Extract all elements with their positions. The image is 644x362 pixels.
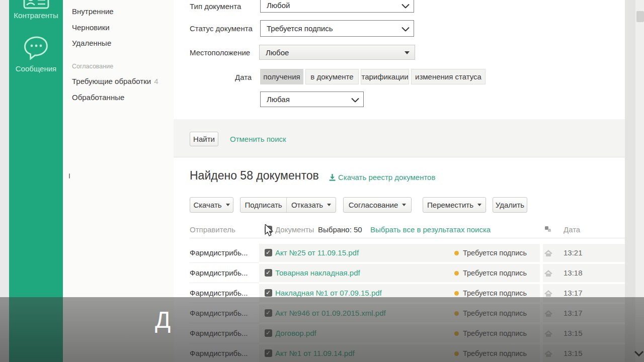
- app-window: Контрагенты Сообщения Внутренние Чернови…: [0, 0, 644, 362]
- table-row[interactable]: Фармдистрибь... Акт №25 от 11.09.15.pdf …: [174, 243, 625, 263]
- chevron-down-icon: [351, 95, 359, 104]
- sidebar-contacts-label: Контрагенты: [9, 11, 63, 20]
- status-dot-icon: [454, 251, 459, 255]
- date-period-select[interactable]: Любая: [260, 92, 364, 107]
- results-title: Найдено 58 документов: [190, 169, 319, 183]
- row-status: Требуется подпись: [463, 243, 527, 263]
- menu-item-deleted[interactable]: Удаленные: [72, 39, 111, 47]
- refuse-button-label: Отказать: [291, 201, 323, 209]
- column-header-sender: Отправитель: [190, 225, 235, 234]
- approval-button-label: Согласование: [349, 201, 398, 209]
- triangle-down-icon: [405, 51, 410, 54]
- row-status: Требуется подпись: [463, 263, 527, 283]
- document-link[interactable]: Акт №25 от 11.09.15.pdf: [275, 243, 359, 263]
- date-tab-billing[interactable]: тарификации: [361, 69, 409, 84]
- refuse-button[interactable]: Отказать: [287, 198, 336, 212]
- approval-button[interactable]: Согласование: [343, 197, 412, 213]
- date-label: Дата: [235, 73, 252, 81]
- menu-item-internal[interactable]: Внутренние: [72, 7, 114, 16]
- caret-down-icon: [402, 204, 406, 206]
- move-button-label: Переместить: [427, 201, 473, 209]
- move-button[interactable]: Переместить: [423, 197, 486, 213]
- scrollbar-thumb[interactable]: [636, 11, 644, 22]
- row-sender: Фармдистрибь...: [190, 263, 248, 283]
- menu-item-requiring-processing[interactable]: Требующие обработки4: [72, 77, 158, 85]
- doc-type-value: Любой: [267, 1, 290, 10]
- status-dot-icon: [454, 291, 459, 296]
- find-button[interactable]: Найти: [190, 132, 218, 146]
- location-label: Местоположение: [190, 48, 250, 57]
- selected-count: Выбрано: 50: [318, 225, 362, 234]
- row-checkbox[interactable]: [265, 289, 272, 297]
- row-time: 13:21: [564, 243, 583, 263]
- chevron-down-icon: [401, 1, 410, 10]
- download-registry-link[interactable]: Скачать реестр документов: [338, 173, 435, 182]
- document-link[interactable]: Товарная накладная.pdf: [275, 263, 360, 283]
- doc-type-label: Тип документа: [190, 2, 241, 11]
- row-checkbox[interactable]: [265, 269, 272, 277]
- sidebar-item-messages[interactable]: Сообщения: [9, 35, 63, 73]
- cancel-search-link[interactable]: Отменить поиск: [230, 135, 286, 143]
- column-header-date: Дата: [564, 225, 580, 234]
- column-settings-icon[interactable]: [544, 226, 552, 235]
- doc-status-label: Статус документа: [190, 24, 253, 33]
- sidebar-item-contacts[interactable]: Контрагенты: [9, 0, 63, 20]
- overlay-letter: Д: [155, 306, 171, 333]
- menu-item-processed[interactable]: Обработанные: [72, 93, 124, 102]
- date-period-value: Любая: [267, 95, 290, 104]
- speech-bubble-icon: [23, 35, 50, 61]
- menu-item-label: Требующие обработки: [72, 77, 151, 85]
- table-row[interactable]: Фармдистрибь... Товарная накладная.pdf Т…: [174, 263, 625, 283]
- date-tab-in-document[interactable]: в документе: [305, 69, 359, 84]
- search-form-footer: Найти Отменить поиск: [174, 119, 625, 157]
- menu-item-drafts[interactable]: Черновики: [72, 23, 110, 32]
- caret-down-icon: [226, 204, 230, 206]
- location-dropdown[interactable]: Любое: [259, 45, 415, 60]
- row-background: [543, 264, 625, 282]
- status-dot-icon: [454, 271, 459, 276]
- chevron-down-icon: [401, 24, 410, 33]
- row-time: 13:18: [564, 263, 583, 283]
- menu-item-count-badge: 4: [154, 77, 158, 85]
- menu-section-approval: Согласование: [72, 63, 113, 70]
- sidebar-messages-label: Сообщения: [9, 64, 63, 73]
- download-button[interactable]: Скачать: [190, 197, 233, 213]
- sign-button[interactable]: Подписать: [240, 198, 286, 212]
- location-value: Любое: [266, 48, 289, 57]
- download-button-label: Скачать: [193, 201, 221, 209]
- home-icon: [544, 269, 552, 279]
- column-header-documents: Документы: [275, 225, 314, 234]
- delete-button[interactable]: Удалить: [493, 197, 527, 213]
- download-icon: [329, 173, 336, 183]
- menu-scroll-nub: [69, 173, 70, 178]
- id-card-icon: [23, 0, 49, 9]
- doc-type-select[interactable]: Любой: [260, 0, 414, 13]
- video-overlay: Д: [0, 297, 644, 362]
- table-header-divider: [190, 238, 625, 238]
- row-sender: Фармдистрибь...: [190, 243, 248, 263]
- sign-refuse-button-group: Подписать Отказать: [240, 197, 336, 213]
- caret-down-icon: [327, 204, 331, 206]
- date-tab-received[interactable]: получения: [260, 69, 303, 84]
- doc-status-value: Требуется подпись: [267, 24, 333, 33]
- mouse-cursor: [264, 224, 275, 239]
- home-icon: [544, 249, 552, 258]
- select-all-results-link[interactable]: Выбрать все в результатах поиска: [370, 225, 491, 234]
- date-tab-status-change[interactable]: изменения статуса: [411, 69, 486, 84]
- caret-down-icon: [477, 204, 481, 206]
- doc-status-select[interactable]: Требуется подпись: [260, 20, 414, 37]
- row-checkbox[interactable]: [265, 249, 272, 256]
- row-background: [543, 244, 625, 262]
